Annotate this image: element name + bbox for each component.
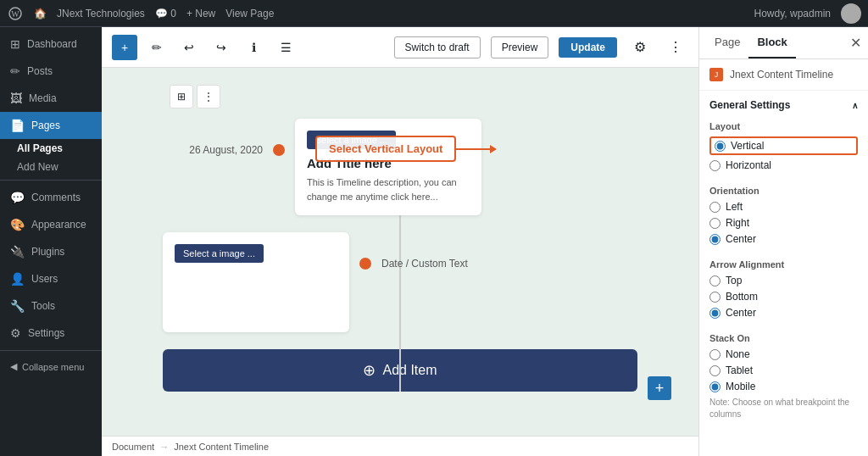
sidebar-item-settings[interactable]: ⚙ Settings [0, 320, 102, 347]
sidebar-subitem-add-new[interactable]: Add New [0, 158, 102, 176]
orientation-right-label: Right [726, 217, 749, 229]
orientation-left-option[interactable]: Left [709, 201, 858, 213]
layout-horizontal-label: Horizontal [726, 159, 771, 171]
status-document[interactable]: Document [112, 442, 154, 452]
publish-button[interactable]: Update [559, 37, 617, 58]
users-icon: 👤 [10, 272, 25, 286]
media-icon: 🖼 [10, 92, 22, 105]
avatar[interactable] [841, 3, 861, 24]
editor-toolbar: + ✏ ↩ ↪ ℹ ☰ Switch to draft Preview Upda… [102, 27, 698, 68]
orientation-right-option[interactable]: Right [709, 217, 858, 229]
timeline-card-1[interactable]: Select a image ... Add Title here This i… [295, 119, 481, 215]
arrow-center-radio[interactable] [709, 308, 721, 319]
right-panel: Page Block ✕ J Jnext Content Timeline Ge… [698, 27, 868, 456]
svg-text:W: W [11, 9, 19, 19]
sidebar-item-tools[interactable]: 🔧 Tools [0, 292, 102, 320]
appearance-icon: 🎨 [10, 218, 25, 231]
timeline-card-2[interactable]: Select a image ... Add Title here This i… [163, 232, 349, 332]
howdy-text: Howdy, wpadmin [754, 8, 831, 19]
tab-page[interactable]: Page [706, 27, 748, 58]
orientation-center-label: Center [726, 233, 756, 245]
undo-icon: ↩ [184, 41, 194, 54]
timeline-date-2[interactable]: Date / Custom Text [371, 232, 481, 270]
arrow-top-radio[interactable] [709, 275, 721, 286]
editor-area: + ✏ ↩ ↪ ℹ ☰ Switch to draft Preview Upda… [102, 27, 698, 456]
status-breadcrumb[interactable]: Jnext Content Timeline [174, 442, 269, 452]
add-block-button[interactable]: + [112, 35, 137, 60]
card-desc-2[interactable]: This is Timeline description, you can ch… [175, 282, 337, 320]
card-desc-1[interactable]: This is Timeline description, you can ch… [307, 175, 470, 203]
sidebar-subitem-all-pages[interactable]: All Pages [0, 139, 102, 158]
layout-horizontal-option[interactable]: Horizontal [709, 159, 858, 171]
preview-button[interactable]: Preview [491, 36, 549, 58]
sidebar-item-posts[interactable]: ✏ Posts [0, 58, 102, 85]
undo-button[interactable]: ↩ [176, 35, 202, 60]
layout-setting: Layout Vertical Horizontal [699, 116, 868, 181]
wp-logo: W [7, 5, 24, 22]
sidebar-item-media[interactable]: 🖼 Media [0, 85, 102, 112]
redo-button[interactable]: ↪ [209, 35, 234, 60]
list-button[interactable]: ☰ [273, 35, 298, 60]
canvas-plus-button[interactable]: + [648, 376, 671, 400]
layout-vertical-radio[interactable] [715, 141, 726, 152]
info-button[interactable]: ℹ [241, 35, 266, 60]
timeline-date-1[interactable]: 26 August, 2020 [163, 119, 273, 156]
arrow-top-option[interactable]: Top [709, 275, 858, 286]
tab-block[interactable]: Block [748, 27, 795, 58]
stack-mobile-option[interactable]: Mobile [709, 381, 858, 392]
sidebar-item-appearance[interactable]: 🎨 Appearance [0, 211, 102, 238]
block-transform-button[interactable]: ⊞ [170, 85, 193, 108]
stack-tablet-option[interactable]: Tablet [709, 364, 858, 376]
site-name[interactable]: JNext Technologies [57, 8, 145, 19]
layout-vertical-option[interactable]: Vertical [709, 136, 858, 155]
sidebar-item-users[interactable]: 👤 Users [0, 265, 102, 292]
panel-close-button[interactable]: ✕ [850, 35, 861, 51]
new-button[interactable]: + New [186, 8, 215, 19]
info-icon: ℹ [252, 41, 256, 54]
stack-on-setting: Stack On None Tablet Mobile Note: Choose… [699, 328, 868, 425]
sidebar-divider [0, 180, 102, 181]
panel-settings-button[interactable]: ⚙ [627, 35, 653, 60]
plugins-icon: 🔌 [10, 245, 25, 259]
orientation-left-radio[interactable] [709, 202, 721, 213]
sidebar-item-pages[interactable]: 📄 Pages [0, 112, 102, 139]
sidebar-item-plugins[interactable]: 🔌 Plugins [0, 238, 102, 265]
site-icon: 🏠 [34, 8, 47, 19]
arrow-center-option[interactable]: Center [709, 307, 858, 319]
settings-icon: ⚙ [10, 326, 21, 340]
switch-draft-button[interactable]: Switch to draft [394, 36, 481, 58]
card-title-2[interactable]: Add Title here [175, 270, 337, 282]
orientation-center-option[interactable]: Center [709, 233, 858, 245]
edit-button[interactable]: ✏ [144, 35, 170, 60]
more-options-button[interactable]: ⋮ [663, 35, 688, 60]
timeline-item-1: 26 August, 2020 Select a image ... Add T… [163, 119, 637, 215]
plus-icon: + [121, 41, 128, 54]
comment-badge: 💬 0 [155, 8, 176, 19]
arrow-top-label: Top [726, 275, 742, 286]
sidebar-item-label: Users [31, 273, 58, 285]
collapse-menu-button[interactable]: ◀ Collapse menu [0, 354, 102, 379]
orientation-right-radio[interactable] [709, 218, 721, 229]
stack-mobile-radio[interactable] [709, 381, 721, 392]
pencil-icon: ✏ [152, 41, 162, 54]
transform-icon: ⊞ [177, 91, 186, 103]
block-toolbar: ⊞ ⋮ [170, 85, 220, 108]
orientation-center-radio[interactable] [709, 234, 721, 245]
layout-horizontal-radio[interactable] [709, 160, 721, 171]
general-settings-header: General Settings ∧ [699, 91, 868, 116]
layout-label: Layout [709, 121, 858, 131]
section-chevron[interactable]: ∧ [852, 101, 858, 110]
tools-icon: 🔧 [10, 299, 25, 313]
sidebar-item-comments[interactable]: 💬 Comments [0, 184, 102, 211]
collapse-label: Collapse menu [22, 362, 84, 372]
stack-none-radio[interactable] [709, 349, 721, 360]
stack-tablet-radio[interactable] [709, 365, 721, 376]
arrow-bottom-radio[interactable] [709, 292, 721, 303]
arrow-bottom-option[interactable]: Bottom [709, 291, 858, 303]
stack-none-option[interactable]: None [709, 348, 858, 360]
block-options-button[interactable]: ⋮ [197, 85, 220, 108]
sidebar-item-dashboard[interactable]: ⊞ Dashboard [0, 31, 102, 58]
select-image-button-2[interactable]: Select a image ... [175, 244, 264, 263]
arrow-bottom-label: Bottom [726, 291, 758, 303]
view-page-link[interactable]: View Page [225, 8, 274, 19]
